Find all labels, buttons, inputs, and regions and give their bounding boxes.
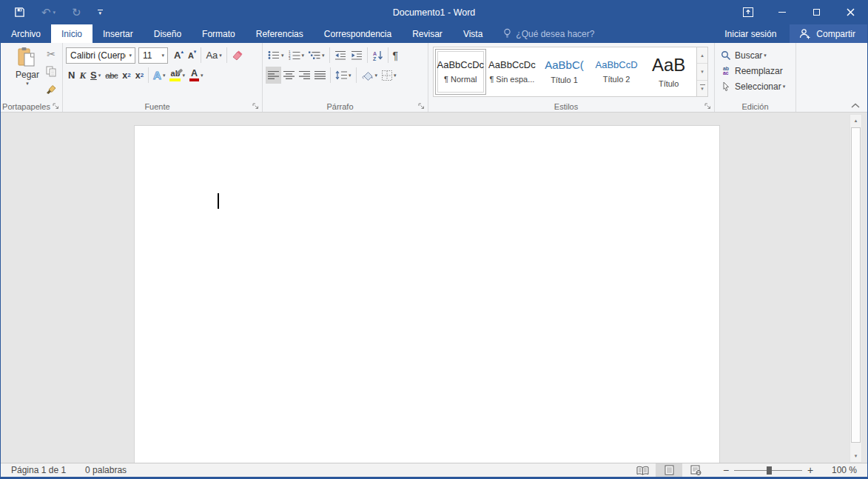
fuente-dialog-launcher[interactable]: [252, 103, 259, 110]
save-button[interactable]: [14, 7, 25, 18]
ribbon-display-options-button[interactable]: [731, 0, 765, 24]
text-effects-button[interactable]: A ▾: [151, 67, 167, 84]
align-center-button[interactable]: [281, 67, 297, 84]
zoom-slider-thumb[interactable]: [767, 466, 772, 475]
vertical-scrollbar[interactable]: ▴ ▾: [850, 114, 862, 463]
tab-diseno[interactable]: Diseño: [144, 24, 192, 43]
subscript-button[interactable]: x2: [120, 67, 132, 84]
styles-gallery: AaBbCcDc ¶ Normal AaBbCcDc ¶ Sin espa...…: [433, 47, 708, 97]
copy-button[interactable]: [44, 64, 58, 78]
justify-button[interactable]: [312, 67, 328, 84]
italic-button[interactable]: K: [77, 67, 88, 84]
styles-more-button[interactable]: ▾: [697, 81, 707, 96]
close-button[interactable]: [833, 0, 867, 24]
tab-referencias[interactable]: Referencias: [246, 24, 314, 43]
sort-button[interactable]: A Z: [370, 47, 386, 64]
collapse-ribbon-button[interactable]: [851, 103, 860, 108]
web-layout-button[interactable]: [682, 463, 709, 477]
document-page[interactable]: [134, 125, 720, 463]
find-button[interactable]: Buscar ▾: [718, 47, 793, 63]
tab-archivo[interactable]: Archivo: [1, 24, 51, 43]
save-icon: [14, 7, 25, 18]
shading-button[interactable]: ▾: [359, 67, 380, 84]
read-mode-button[interactable]: [629, 463, 656, 477]
strikethrough-button[interactable]: abc: [103, 67, 120, 84]
parrafo-dialog-launcher[interactable]: [418, 103, 425, 110]
print-layout-button[interactable]: [656, 463, 682, 477]
tab-insertar[interactable]: Insertar: [92, 24, 144, 43]
maximize-button[interactable]: [799, 0, 833, 24]
document-area: ▴ ▾: [1, 113, 867, 463]
minimize-button[interactable]: [765, 0, 799, 24]
zoom-in-button[interactable]: +: [802, 464, 818, 476]
tab-formato[interactable]: Formato: [192, 24, 246, 43]
customize-qat-button[interactable]: ▾: [98, 10, 103, 15]
tab-revisar[interactable]: Revisar: [402, 24, 453, 43]
style-sin-espaciado[interactable]: AaBbCcDc ¶ Sin espa...: [486, 49, 539, 95]
undo-icon: ↶: [41, 7, 51, 18]
underline-button[interactable]: S ▾: [88, 67, 103, 84]
tell-me-box[interactable]: ¿Qué desea hacer?: [503, 24, 594, 43]
dialog-launcher-icon: [418, 103, 425, 110]
justify-icon: [314, 70, 326, 80]
shrink-font-button[interactable]: A ▾: [186, 47, 198, 64]
borders-button[interactable]: ▾: [380, 67, 399, 84]
paste-button[interactable]: Pegar ▾: [8, 47, 47, 87]
numbering-button[interactable]: 1 2 3 ▾: [286, 47, 307, 64]
change-case-button[interactable]: Aa ▾: [203, 47, 223, 64]
scrollbar-thumb[interactable]: [851, 127, 861, 443]
separator: [330, 67, 331, 83]
scrollbar-down-button[interactable]: ▾: [850, 450, 861, 462]
decrease-indent-button[interactable]: [332, 47, 349, 64]
increase-indent-button[interactable]: [349, 47, 365, 64]
line-spacing-button[interactable]: ▾: [333, 67, 354, 84]
account-area: Iniciar sesión Compartir: [711, 24, 867, 43]
word-count[interactable]: 0 palabras: [85, 465, 127, 475]
superscript-button[interactable]: x2: [133, 67, 146, 84]
format-painter-icon: [45, 83, 57, 94]
font-color-button[interactable]: A ▾: [187, 67, 206, 84]
tab-correspondencia[interactable]: Correspondencia: [314, 24, 402, 43]
portapapeles-dialog-launcher[interactable]: [53, 103, 59, 110]
style-titulo[interactable]: AaB Título: [642, 49, 695, 95]
tell-me-label: ¿Qué desea hacer?: [516, 29, 594, 39]
redo-button[interactable]: ↻: [72, 7, 81, 18]
cut-button[interactable]: ✂: [44, 47, 58, 61]
scrollbar-up-button[interactable]: ▴: [850, 115, 861, 127]
bold-button[interactable]: N: [66, 67, 77, 84]
align-left-button[interactable]: [266, 67, 281, 84]
grow-font-button[interactable]: A ▴: [172, 47, 186, 64]
estilos-dialog-launcher[interactable]: [704, 103, 711, 110]
styles-scroll-up-button[interactable]: ▴: [697, 47, 707, 64]
scroll-down-icon: ▾: [855, 453, 858, 459]
style-titulo-1[interactable]: AaBbC( Título 1: [538, 49, 591, 95]
page-count[interactable]: Página 1 de 1: [11, 465, 66, 475]
dialog-launcher-icon: [704, 103, 711, 110]
zoom-level[interactable]: 100 %: [823, 465, 857, 475]
separator: [226, 47, 227, 63]
zoom-out-button[interactable]: −: [718, 464, 734, 476]
select-button[interactable]: Seleccionar ▾: [718, 78, 793, 94]
text-highlight-button[interactable]: ab ▾: [167, 67, 187, 84]
style-titulo-2[interactable]: AaBbCcD Título 2: [591, 49, 643, 95]
zoom-slider[interactable]: [734, 470, 802, 471]
clear-formatting-button[interactable]: [229, 47, 246, 64]
styles-scroll-down-button[interactable]: ▾: [697, 64, 707, 80]
format-painter-button[interactable]: [44, 81, 58, 95]
style-normal[interactable]: AaBbCcDc ¶ Normal: [435, 49, 486, 95]
font-size-combobox[interactable]: 11 ▾: [138, 47, 168, 64]
align-right-button[interactable]: [297, 67, 312, 84]
separator: [329, 47, 330, 63]
font-name-combobox[interactable]: Calibri (Cuerpo ▾: [66, 47, 135, 64]
bullets-button[interactable]: ▾: [266, 47, 286, 64]
tab-inicio[interactable]: Inicio: [51, 24, 92, 43]
replace-button[interactable]: ab ac Reemplazar: [718, 63, 793, 78]
multilevel-list-button[interactable]: ▾: [306, 47, 327, 64]
sign-in-button[interactable]: Iniciar sesión: [711, 24, 790, 43]
undo-button[interactable]: ↶ ▾: [41, 7, 55, 18]
share-person-icon: [799, 28, 811, 39]
tab-vista[interactable]: Vista: [453, 24, 493, 43]
numbering-icon: 1 2 3: [289, 50, 300, 60]
share-button[interactable]: Compartir: [790, 24, 867, 43]
show-marks-button[interactable]: ¶: [391, 47, 401, 64]
